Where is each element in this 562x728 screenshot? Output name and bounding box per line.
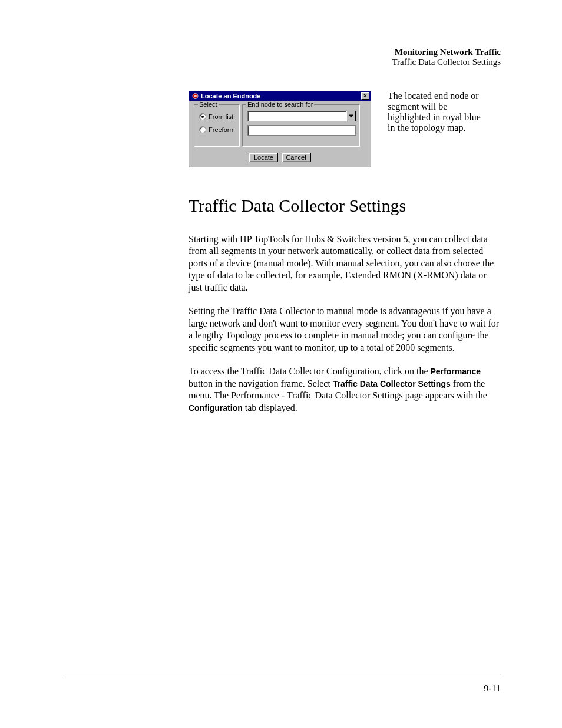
bold-configuration: Configuration xyxy=(189,403,243,413)
radio-label: Freeform xyxy=(209,126,235,133)
radio-icon xyxy=(199,113,206,120)
radio-label: From list xyxy=(209,113,233,120)
radio-from-list[interactable]: From list xyxy=(199,113,236,120)
radio-freeform[interactable]: Freeform xyxy=(199,126,236,133)
document-page: Monitoring Network Traffic Traffic Data … xyxy=(64,0,501,728)
dialog-buttons: Locate Cancel xyxy=(194,153,366,162)
section-heading: Traffic Data Collector Settings xyxy=(189,196,501,216)
header-chapter: Monitoring Network Traffic xyxy=(64,47,501,57)
dialog-body: Select From list Freeform End node to se… xyxy=(189,101,371,167)
running-header: Monitoring Network Traffic Traffic Data … xyxy=(64,47,501,67)
chevron-down-icon[interactable] xyxy=(346,111,356,121)
combo-field[interactable] xyxy=(247,111,346,121)
header-section: Traffic Data Collector Settings xyxy=(64,57,501,67)
close-glyph: × xyxy=(363,93,367,99)
app-icon xyxy=(191,92,199,100)
dialog-titlebar: Locate an Endnode × xyxy=(189,91,371,101)
search-legend: End node to search for xyxy=(246,101,314,108)
figure-caption: The located end node or segment will be … xyxy=(388,91,488,133)
endnode-textbox[interactable] xyxy=(247,125,356,136)
body-paragraph-3: To access the Traffic Data Collector Con… xyxy=(189,365,500,414)
bold-tdc-settings: Traffic Data Collector Settings xyxy=(333,379,451,388)
text-run: tab displayed. xyxy=(243,403,297,413)
footer-rule xyxy=(64,677,501,677)
dialog-title: Locate an Endnode xyxy=(201,93,361,100)
text-run: button in the navigation frame. Select xyxy=(189,378,333,388)
select-groupbox: Select From list Freeform xyxy=(194,104,240,147)
body-paragraph-1: Starting with HP TopTools for Hubs & Swi… xyxy=(189,233,500,294)
search-groupbox: End node to search for xyxy=(242,104,360,147)
text-run: To access the Traffic Data Collector Con… xyxy=(189,366,430,376)
page-number: 9-11 xyxy=(484,683,501,694)
locate-endnode-dialog: Locate an Endnode × Select From list xyxy=(189,91,371,167)
figure-row: Locate an Endnode × Select From list xyxy=(189,91,501,167)
body-paragraph-2: Setting the Traffic Data Collector to ma… xyxy=(189,305,500,354)
radio-icon xyxy=(199,126,206,133)
bold-performance: Performance xyxy=(430,367,481,376)
close-icon[interactable]: × xyxy=(361,92,369,100)
svg-rect-1 xyxy=(194,95,197,97)
select-legend: Select xyxy=(198,101,219,108)
locate-button[interactable]: Locate xyxy=(249,153,278,162)
endnode-combobox[interactable] xyxy=(247,111,356,121)
svg-marker-2 xyxy=(349,115,353,118)
cancel-button[interactable]: Cancel xyxy=(282,153,311,162)
